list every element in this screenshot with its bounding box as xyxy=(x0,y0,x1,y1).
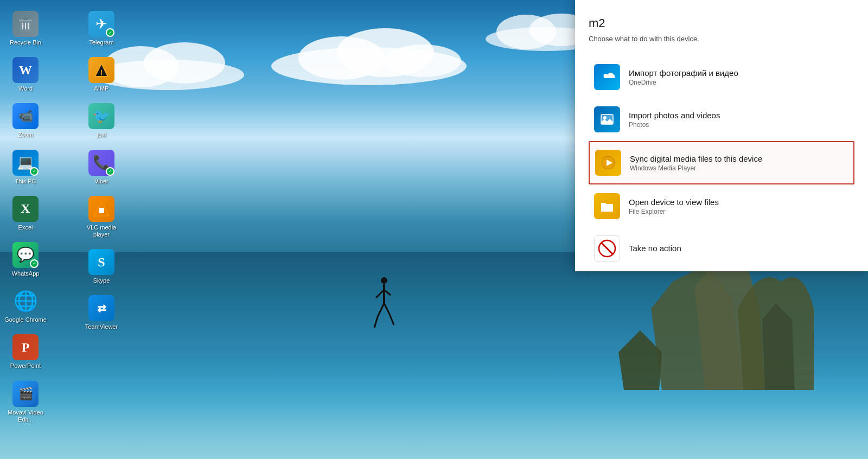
thispc-icon: 💻 ✓ xyxy=(12,150,39,176)
action-photos-import[interactable]: Import photos and videos Photos xyxy=(589,99,854,140)
runner-svg xyxy=(373,276,395,330)
desktop-icon-movavi[interactable]: 🎬 Movavi Video Edit... xyxy=(1,377,50,428)
aimp-icon: ! xyxy=(88,57,114,83)
wmp-sync-subtitle: Windows Media Player xyxy=(630,164,762,172)
no-action-icon xyxy=(594,235,620,262)
thispc-badge: ✓ xyxy=(30,167,39,176)
no-action-text: Take no action xyxy=(629,244,681,254)
action-onedrive-import[interactable]: Импорт фотографий и видео OneDrive xyxy=(589,56,854,98)
popup-subtitle: Choose what to do with this device. xyxy=(589,35,854,43)
whatsapp-icon: 💬 ✓ xyxy=(12,242,39,268)
recycle-bin-icon xyxy=(12,11,39,37)
wmp-icon xyxy=(595,150,621,176)
desktop-icon-chrome[interactable]: 🌐 Google Chrome xyxy=(1,284,50,328)
svg-rect-24 xyxy=(23,17,28,20)
aimp-label: AIMP xyxy=(94,85,109,92)
photos-icon xyxy=(594,106,620,132)
svg-line-6 xyxy=(376,290,384,298)
action-wmp-sync[interactable]: Sync digital media files to this device … xyxy=(589,141,854,184)
onedrive-import-title: Импорт фотографий и видео xyxy=(629,68,738,78)
no-action-title: Take no action xyxy=(629,244,681,253)
desktop-icon-joxi[interactable]: 🐦 joxi xyxy=(77,99,126,143)
telegram-icon: ✈ ✓ xyxy=(88,11,114,37)
whatsapp-badge: ✓ xyxy=(30,259,39,268)
viber-icon: 📞 ✓ xyxy=(88,150,114,176)
action-file-explorer[interactable]: Open device to view files File Explorer xyxy=(589,186,854,227)
chrome-label: Google Chrome xyxy=(4,316,47,323)
desktop-icon-zoom[interactable]: 📹 Zoom xyxy=(1,99,50,143)
powerpoint-label: PowerPoint xyxy=(10,362,41,369)
teamviewer-icon: ⇄ xyxy=(88,295,114,321)
desktop-icon-teamviewer[interactable]: ⇄ TeamViewer xyxy=(77,291,126,335)
svg-line-10 xyxy=(374,317,378,328)
svg-rect-32 xyxy=(99,208,104,213)
zoom-icon: 📹 xyxy=(12,103,39,129)
desktop-icon-recycle-bin[interactable]: Recycle Bin xyxy=(1,7,50,50)
svg-rect-38 xyxy=(601,205,613,212)
svg-line-9 xyxy=(384,303,390,314)
desktop-icon-skype[interactable]: S Skype xyxy=(77,245,126,289)
movavi-label: Movavi Video Edit... xyxy=(4,409,47,423)
svg-point-15 xyxy=(385,44,461,77)
onedrive-import-text: Импорт фотографий и видео OneDrive xyxy=(629,68,738,86)
powerpoint-icon: P xyxy=(12,334,39,360)
photos-import-text: Import photos and videos Photos xyxy=(629,111,720,129)
action-no-action[interactable]: Take no action xyxy=(589,228,854,269)
popup-title: m2 xyxy=(589,16,854,30)
desktop-icon-telegram[interactable]: ✈ ✓ Telegram xyxy=(77,7,126,50)
viber-label: Viber xyxy=(94,178,108,185)
desktop-icon-thispc[interactable]: 💻 ✓ This PC xyxy=(1,145,50,189)
skype-label: Skype xyxy=(93,277,110,284)
excel-icon: X xyxy=(12,196,39,222)
recycle-bin-label: Recycle Bin xyxy=(10,39,41,46)
svg-point-4 xyxy=(381,277,387,284)
telegram-badge: ✓ xyxy=(106,28,114,37)
desktop-icons-container: Recycle Bin W Word 📹 Zoom 💻 ✓ This PC X … xyxy=(0,5,152,429)
vlc-label: VLC media player xyxy=(80,224,123,238)
joxi-label: joxi xyxy=(97,131,106,138)
vlc-icon xyxy=(88,196,114,222)
wmp-sync-title: Sync digital media files to this device xyxy=(630,154,762,163)
telegram-label: Telegram xyxy=(89,39,113,46)
autoplay-popup: m2 Choose what to do with this device. И… xyxy=(575,0,868,271)
file-explorer-icon xyxy=(594,193,620,219)
word-label: Word xyxy=(18,85,33,92)
joxi-icon: 🐦 xyxy=(88,103,114,129)
whatsapp-label: WhatsApp xyxy=(12,270,40,277)
desktop-icon-word[interactable]: W Word xyxy=(1,53,50,97)
desktop-icon-powerpoint[interactable]: P PowerPoint xyxy=(1,330,50,374)
file-explorer-title: Open device to view files xyxy=(629,197,719,207)
file-explorer-subtitle: File Explorer xyxy=(629,208,719,215)
movavi-icon: 🎬 xyxy=(12,381,39,407)
desktop-icon-viber[interactable]: 📞 ✓ Viber xyxy=(77,145,126,189)
chrome-icon: 🌐 xyxy=(12,288,39,314)
photos-import-subtitle: Photos xyxy=(629,121,720,129)
excel-label: Excel xyxy=(18,224,33,231)
onedrive-icon xyxy=(594,64,620,90)
photos-import-title: Import photos and videos xyxy=(629,111,720,120)
svg-line-8 xyxy=(378,303,384,317)
word-icon: W xyxy=(12,57,39,83)
teamviewer-label: TeamViewer xyxy=(85,323,118,330)
file-explorer-text: Open device to view files File Explorer xyxy=(629,197,719,215)
desktop-icon-vlc[interactable]: VLC media player xyxy=(77,192,126,243)
onedrive-import-subtitle: OneDrive xyxy=(629,79,738,86)
svg-point-18 xyxy=(144,42,225,84)
viber-badge: ✓ xyxy=(106,167,114,176)
desktop-icon-excel[interactable]: X Excel xyxy=(1,192,50,235)
svg-line-11 xyxy=(390,314,394,325)
wmp-sync-text: Sync digital media files to this device … xyxy=(630,154,762,172)
desktop-icon-aimp[interactable]: ! AIMP xyxy=(77,53,126,97)
skype-icon: S xyxy=(88,249,114,275)
zoom-label: Zoom xyxy=(18,131,33,138)
clouds-svg xyxy=(260,23,477,88)
svg-text:!: ! xyxy=(100,68,103,77)
svg-point-35 xyxy=(603,116,607,119)
thispc-label: This PC xyxy=(15,178,36,185)
desktop-icon-whatsapp[interactable]: 💬 ✓ WhatsApp xyxy=(1,238,50,282)
